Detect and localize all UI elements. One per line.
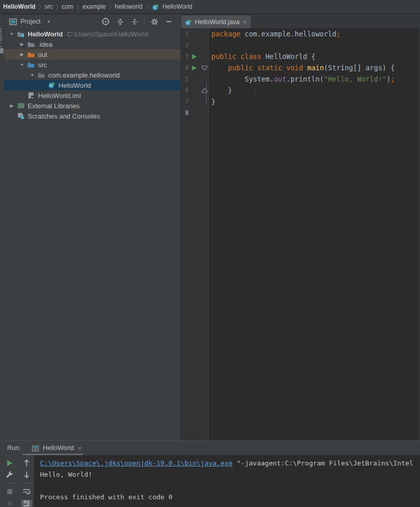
code-token: "Hello, World!" (324, 75, 386, 83)
wrench-icon[interactable] (5, 471, 14, 478)
locate-icon[interactable] (101, 17, 110, 26)
code-editor[interactable]: 12345678 package com.example.helloworld;… (181, 28, 420, 440)
chevron-down-icon[interactable]: ▼ (28, 73, 37, 77)
code-token: .println( (286, 75, 324, 83)
chevron-right-icon[interactable]: ▶ (17, 52, 27, 57)
tree-item-helloworld[interactable]: CHelloWorld (4, 80, 181, 90)
arrow-down-icon[interactable] (22, 471, 31, 478)
code-token: public (228, 64, 253, 72)
code-token: out (274, 75, 286, 83)
tree-item-src[interactable]: ▼src (4, 60, 181, 70)
tab-helloworld-java[interactable]: C HelloWorld.java × (181, 15, 251, 28)
console-output[interactable]: C:\Users\Space\.jdks\openjdk-19.0.1\bin\… (34, 455, 420, 507)
code-token: ; (336, 30, 341, 38)
scroll-end-icon[interactable] (21, 500, 32, 507)
code-line-3[interactable]: public class HelloWorld { (209, 51, 420, 62)
tree-item--idea[interactable]: ▶.idea (4, 39, 181, 49)
project-panel-title[interactable]: Project (21, 18, 41, 25)
line-number: 6 (181, 87, 189, 94)
arrow-up-icon[interactable] (22, 459, 31, 466)
run-toolwindow: Run: HelloWorld × C:\Users\Space\.jdks\o… (0, 440, 420, 507)
tree-item-label: External Libraries (28, 102, 79, 110)
soft-wrap-icon[interactable] (22, 488, 31, 495)
tree-item-com-example-helloworld[interactable]: ▼com.example.helloworld (4, 70, 181, 80)
close-icon[interactable]: × (243, 18, 247, 25)
hide-icon[interactable] (164, 17, 173, 26)
close-dim-icon[interactable] (5, 500, 14, 507)
code-token: } (211, 98, 215, 106)
code-token (303, 64, 307, 72)
run-gutter-icon[interactable] (189, 54, 200, 60)
breadcrumb-item-helloworld[interactable]: HelloWorld (3, 3, 35, 10)
code-line-5[interactable]: System.out.println("Hello, World!"); (209, 73, 420, 85)
run-tab-helloworld[interactable]: HelloWorld × (32, 444, 82, 452)
stop-icon[interactable] (5, 488, 14, 495)
code-line-8[interactable] (209, 107, 420, 119)
gear-icon[interactable] (150, 17, 159, 26)
code-token: public (211, 52, 236, 61)
folder-out-icon (27, 50, 35, 59)
gutter-row: 4 (181, 62, 208, 73)
breadcrumb-item-helloworld[interactable]: helloworld (115, 3, 143, 10)
collapse-all-icon[interactable] (130, 17, 139, 26)
left-toolwindow-stripe[interactable]: Project (0, 14, 4, 440)
run-toolbar-console (19, 455, 34, 507)
tree-item-label: HelloWorld.iml (38, 92, 81, 100)
code-token: } (211, 86, 232, 94)
code-token: static (257, 64, 282, 72)
tree-item-helloworld-iml[interactable]: HelloWorld.iml (4, 90, 181, 101)
fold-down-icon[interactable] (200, 65, 209, 71)
chevron-down-icon[interactable]: ▼ (17, 63, 27, 67)
code-token: HelloWorld { (262, 52, 316, 61)
folder-src-icon (27, 61, 35, 69)
fold-range-line (206, 82, 207, 105)
code-token: void (286, 64, 303, 72)
iml-file-icon (27, 91, 35, 100)
toolbar-separator (5, 483, 15, 483)
close-icon[interactable]: × (77, 444, 82, 452)
tree-item-out[interactable]: ▶out (4, 49, 181, 60)
editor-area: C HelloWorld.java × 12345678 package com… (181, 14, 420, 440)
chevron-down-icon[interactable]: ▼ (7, 32, 16, 36)
breadcrumb-item-src[interactable]: src (45, 3, 53, 10)
code-line-4[interactable]: public static void main(String[] args) { (209, 62, 420, 73)
project-stripe-label[interactable]: Project (0, 28, 3, 47)
chevron-down-icon[interactable]: ▼ (47, 20, 51, 24)
code-token: com.example.helloworld (241, 30, 336, 38)
run-toolbar-main (0, 455, 19, 507)
tree-item-helloworld[interactable]: ▼HelloWorldC:\Users\Space\HelloWorld (4, 29, 181, 39)
breadcrumb-separator: 〉 (77, 4, 79, 10)
chevron-right-icon[interactable]: ▶ (17, 42, 27, 47)
breadcrumb-separator: 〉 (56, 4, 58, 10)
svg-text:C: C (50, 83, 53, 88)
toolwindow-stripe-icon[interactable] (0, 48, 4, 53)
tree-item-label: src (38, 61, 47, 69)
fold-up-icon[interactable] (200, 88, 209, 93)
rerun-icon[interactable] (5, 459, 14, 466)
breadcrumb-separator: 〉 (146, 4, 148, 10)
breadcrumb-item-com[interactable]: com (62, 3, 73, 10)
gutter-row: 1 (181, 28, 208, 40)
code-token: ; (391, 75, 395, 83)
chevron-right-icon[interactable]: ▶ (7, 103, 16, 108)
breadcrumb-separator: 〉 (109, 4, 111, 10)
console-line: Process finished with exit code 0 (40, 492, 420, 503)
code-area[interactable]: package com.example.helloworld;public cl… (209, 28, 420, 440)
console-window-icon (32, 445, 39, 452)
code-line-1[interactable]: package com.example.helloworld; (209, 28, 420, 40)
console-file-link[interactable]: C:\Users\Space\.jdks\openjdk-19.0.1\bin\… (40, 459, 233, 467)
tree-item-label: HelloWorld (28, 30, 63, 38)
breadcrumb-item-helloworld[interactable]: HelloWorld (163, 3, 192, 10)
run-gutter-icon[interactable] (189, 65, 200, 71)
code-line-7[interactable]: } (209, 96, 420, 107)
breadcrumb-item-example[interactable]: example (83, 3, 106, 10)
tree-item-scratches-and-consoles[interactable]: Scratches and Consoles (4, 111, 181, 121)
console-text: Hello, World! (40, 471, 92, 478)
breadcrumb: HelloWorld〉src〉com〉example〉helloworld〉CH… (0, 0, 420, 14)
tree-item-external-libraries[interactable]: ▶External Libraries (4, 101, 181, 111)
gutter-row: 6 (181, 85, 208, 96)
expand-all-icon[interactable] (115, 17, 125, 26)
code-line-2[interactable] (209, 40, 420, 51)
code-line-6[interactable]: } (209, 85, 420, 96)
project-path: C:\Users\Space\HelloWorld (67, 30, 148, 38)
